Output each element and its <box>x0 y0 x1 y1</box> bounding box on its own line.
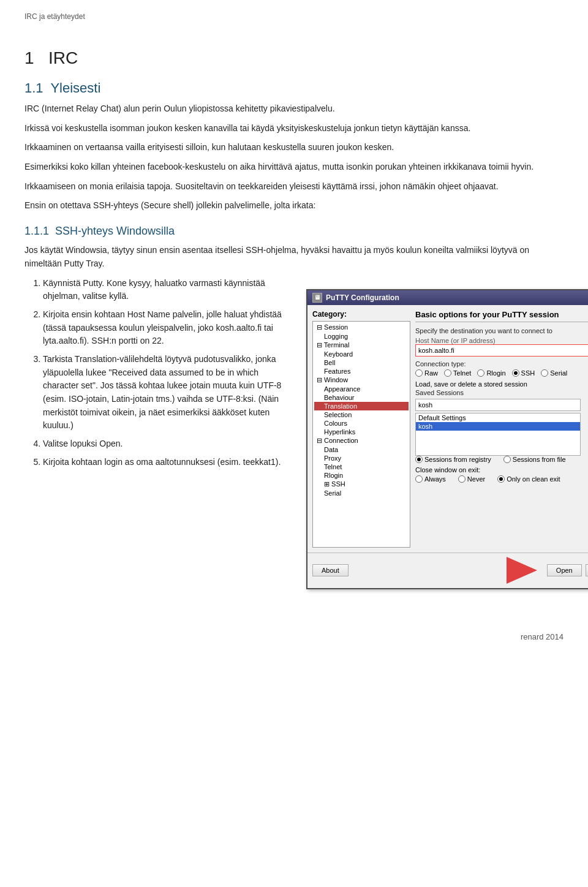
putty-bottom-bar: About Open Cancel <box>307 553 588 588</box>
tree-item-connection[interactable]: ⊟ Connection <box>314 436 409 445</box>
tree-item-features[interactable]: Features <box>314 367 409 376</box>
step-3: Tarkista Translation-välilehdeltä löytyv… <box>43 353 294 432</box>
radio-clean-exit-button[interactable] <box>497 475 505 483</box>
radio-raw[interactable]: Raw <box>415 369 438 377</box>
host-port-row <box>415 344 588 357</box>
radio-rlogin[interactable]: Rlogin <box>477 369 505 377</box>
sessions-section-label: Load, save or delete a stored session <box>415 380 588 388</box>
page-header: IRC ja etäyhteydet <box>24 12 564 24</box>
header-title: IRC ja etäyhteydet <box>24 12 85 21</box>
saved-sessions-label: Saved Sessions <box>415 389 588 396</box>
tree-item-appearance[interactable]: Appearance <box>314 385 409 393</box>
putty-main-panel: Basic options for your PuTTY session Spe… <box>415 310 588 548</box>
subsection-heading: 1.1.1 SSH-yhteys Windowsilla <box>24 225 564 238</box>
close-window-label: Close window on exit: <box>415 466 588 474</box>
page-footer: renard 2014 <box>24 626 564 641</box>
sessions-area: Default Settings kosh Load Save Delete <box>415 399 588 456</box>
radio-never-button[interactable] <box>458 475 466 483</box>
radio-telnet-button[interactable] <box>444 369 451 377</box>
putty-bottom-right: Open Cancel <box>500 557 588 584</box>
para-2: Irkissä voi keskustella isomman joukon k… <box>24 122 564 135</box>
radio-registry-label: Sessions from registry <box>424 456 491 463</box>
tree-item-bell[interactable]: Bell <box>314 358 409 367</box>
radio-serial-button[interactable] <box>541 369 548 377</box>
putty-tree[interactable]: ⊟ Session Logging ⊟ Terminal Keyboard Be… <box>312 321 410 548</box>
chapter-heading: 1 IRC <box>24 48 564 68</box>
radio-clean-exit[interactable]: Only on clean exit <box>497 475 560 483</box>
tree-item-colours[interactable]: Colours <box>314 419 409 428</box>
host-label: Host Name (or IP address) <box>415 337 588 344</box>
putty-titlebar: 🖥 PuTTY Configuration _ □ ✕ <box>307 290 588 305</box>
putty-dialog[interactable]: 🖥 PuTTY Configuration _ □ ✕ Category: ⊟ … <box>306 289 588 589</box>
putty-dialog-body: Category: ⊟ Session Logging ⊟ Terminal K… <box>307 305 588 553</box>
content-with-image: Käynnistä Putty. Kone kysyy, haluatko va… <box>24 277 564 589</box>
section-heading: 1.1 Yleisesti <box>24 80 564 96</box>
putty-app-icon: 🖥 <box>312 293 322 303</box>
putty-section-title: Basic options for your PuTTY session <box>415 310 588 319</box>
sessions-list-area: Default Settings kosh <box>415 399 581 456</box>
tree-item-telnet[interactable]: Telnet <box>314 462 409 471</box>
tree-item-rlogin[interactable]: Rlogin <box>314 471 409 480</box>
radio-never[interactable]: Never <box>458 475 485 483</box>
tree-item-behaviour[interactable]: Behaviour <box>314 393 409 402</box>
arrow-image <box>500 557 543 584</box>
cancel-button[interactable]: Cancel <box>586 564 588 576</box>
putty-category-panel: Category: ⊟ Session Logging ⊟ Terminal K… <box>312 310 410 548</box>
connection-type-radios: Raw Telnet Rlogin SSH <box>415 369 588 377</box>
radio-file[interactable]: Sessions from file <box>503 456 566 463</box>
tree-item-ssh[interactable]: ⊞ SSH <box>314 480 409 489</box>
radio-always[interactable]: Always <box>415 475 446 483</box>
tree-item-serial[interactable]: Serial <box>314 489 409 497</box>
para-1: IRC (Internet Relay Chat) alun perin Oul… <box>24 102 564 116</box>
radio-rlogin-label: Rlogin <box>486 369 505 377</box>
radio-telnet-label: Telnet <box>453 369 471 377</box>
tree-item-session[interactable]: ⊟ Session <box>314 323 409 332</box>
radio-never-label: Never <box>467 475 485 483</box>
putty-titlebar-title: 🖥 PuTTY Configuration <box>312 293 399 303</box>
para-6: Ensin on otettava SSH-yhteys (Secure she… <box>24 199 564 213</box>
session-item-kosh[interactable]: kosh <box>416 422 580 431</box>
host-input[interactable] <box>415 344 588 357</box>
radio-ssh-button[interactable] <box>512 369 519 377</box>
open-button[interactable]: Open <box>547 564 582 576</box>
big-arrow-icon <box>507 557 537 584</box>
about-button[interactable]: About <box>312 564 349 576</box>
radio-rlogin-button[interactable] <box>477 369 484 377</box>
radio-clean-exit-label: Only on clean exit <box>507 475 560 483</box>
tree-item-hyperlinks[interactable]: Hyperlinks <box>314 428 409 436</box>
steps-list: Käynnistä Putty. Kone kysyy, haluatko va… <box>43 277 294 469</box>
radio-serial[interactable]: Serial <box>541 369 567 377</box>
tree-item-terminal[interactable]: ⊟ Terminal <box>314 341 409 350</box>
sessions-source-row: Sessions from registry Sessions from fil… <box>415 456 588 463</box>
putty-separator-1 <box>415 322 588 322</box>
radio-raw-label: Raw <box>424 369 438 377</box>
radio-raw-button[interactable] <box>415 369 423 377</box>
session-item-default[interactable]: Default Settings <box>416 413 580 422</box>
radio-always-button[interactable] <box>415 475 423 483</box>
tree-item-keyboard[interactable]: Keyboard <box>314 350 409 358</box>
subsection-intro: Jos käytät Windowsia, täytyy sinun ensin… <box>24 244 564 270</box>
radio-registry-button[interactable] <box>415 456 423 463</box>
radio-telnet[interactable]: Telnet <box>444 369 471 377</box>
category-label: Category: <box>312 310 410 319</box>
sessions-list[interactable]: Default Settings kosh <box>415 413 581 456</box>
putty-bottom-left: About <box>312 564 349 576</box>
para-4: Esimerkiksi koko killan yhteinen faceboo… <box>24 160 564 174</box>
putty-dialog-title: PuTTY Configuration <box>326 293 399 302</box>
radio-file-button[interactable] <box>503 456 511 463</box>
radio-ssh[interactable]: SSH <box>512 369 535 377</box>
para-3: Irkkaaminen on vertaansa vailla erityise… <box>24 141 564 154</box>
tree-item-translation[interactable]: Translation <box>314 402 409 410</box>
tree-item-proxy[interactable]: Proxy <box>314 454 409 462</box>
footer-text: renard 2014 <box>521 632 564 641</box>
tree-item-logging[interactable]: Logging <box>314 332 409 341</box>
radio-registry[interactable]: Sessions from registry <box>415 456 491 463</box>
close-options-row: Always Never Only on clean exit <box>415 475 588 483</box>
tree-item-window[interactable]: ⊟ Window <box>314 376 409 385</box>
radio-ssh-label: SSH <box>521 369 535 377</box>
tree-item-selection[interactable]: Selection <box>314 410 409 419</box>
sessions-input[interactable] <box>415 399 581 411</box>
tree-item-data[interactable]: Data <box>314 445 409 454</box>
steps-column: Käynnistä Putty. Kone kysyy, haluatko va… <box>24 277 294 475</box>
destination-label: Specify the destination you want to conn… <box>415 327 588 334</box>
